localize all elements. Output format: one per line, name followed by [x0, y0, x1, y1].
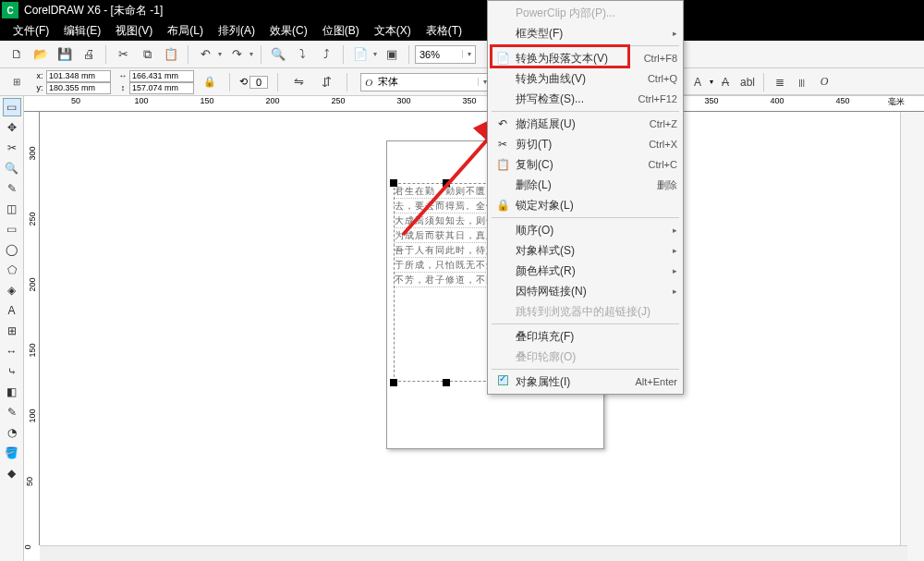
fill-tool[interactable]: 🪣: [3, 444, 21, 462]
interactive-fill-tool[interactable]: ◆: [3, 464, 21, 482]
sep: [408, 45, 409, 64]
outline-tool[interactable]: ◔: [3, 423, 21, 442]
pdf-button[interactable]: 📄: [349, 43, 371, 66]
ctx-item-5[interactable]: 拼写检查(S)...Ctrl+F12: [488, 89, 683, 109]
ctx-item-3[interactable]: 📄转换为段落文本(V)Ctrl+F8: [488, 48, 683, 68]
smart-tool[interactable]: ◫: [3, 200, 21, 218]
redo-button[interactable]: ↷: [225, 43, 248, 66]
ctx-item-15[interactable]: 颜色样式(R)▸: [488, 261, 683, 281]
submenu-arrow-icon: ▸: [669, 29, 677, 38]
sep: [346, 73, 347, 91]
undo-button[interactable]: ↶: [194, 43, 216, 66]
search-button[interactable]: 🔍: [267, 43, 289, 66]
menu-text[interactable]: 文本(X): [367, 20, 419, 41]
ctx-item-16[interactable]: 因特网链接(N)▸: [488, 281, 683, 301]
menu-layout[interactable]: 布局(L): [160, 20, 211, 41]
toolbox-left: ▭ ✥ ✂ 🔍 ✎ ◫ ▭ ◯ ⬠ ◈ A ⊞ ↔ ⤷ ◧ ✎ ◔ 🪣 ◆: [0, 96, 24, 561]
lock-ratio-icon[interactable]: 🔒: [200, 76, 220, 88]
font-combo[interactable]: O 宋体 ▾: [360, 73, 492, 91]
ctx-shortcut: Alt+Enter: [635, 376, 677, 387]
rt-btn-char[interactable]: O: [814, 72, 834, 92]
ctx-item-7[interactable]: ↶撤消延展(U)Ctrl+Z: [488, 114, 683, 134]
new-button[interactable]: 🗋: [6, 43, 28, 66]
cut-button[interactable]: ✂: [112, 43, 134, 66]
menu-edit[interactable]: 编辑(E): [56, 20, 108, 41]
ctx-item-1[interactable]: 框类型(F)▸: [488, 23, 683, 43]
ctx-item-11[interactable]: 🔒锁定对象(L): [488, 195, 683, 215]
font-name: 宋体: [376, 75, 478, 89]
angle-value[interactable]: 0: [249, 76, 268, 89]
import-button[interactable]: ⤵: [291, 43, 313, 66]
dimension-tool[interactable]: ↔: [3, 342, 21, 360]
rect-tool[interactable]: ▭: [3, 220, 21, 238]
crop-tool[interactable]: ✂: [3, 139, 21, 157]
rt-dd[interactable]: ▾: [710, 78, 713, 86]
canvas[interactable]: 君生在勤，勤则不匮；好焉则悠 去，要去而得焉。全修有以用之 大成焉须知知去，则化…: [24, 96, 900, 561]
handle-tm[interactable]: [443, 179, 450, 187]
handle-bl[interactable]: [390, 379, 397, 386]
connector-tool[interactable]: ⤷: [3, 362, 21, 381]
rt-btn-align[interactable]: ≣: [770, 72, 790, 92]
menu-table[interactable]: 表格(T): [419, 20, 469, 41]
h-value[interactable]: 157.074 mm: [129, 82, 194, 94]
rt-btn-2[interactable]: A: [715, 72, 736, 92]
table-tool[interactable]: ⊞: [3, 322, 21, 340]
menu-bitmap[interactable]: 位图(B): [315, 20, 367, 41]
ctx-item-9[interactable]: 📋复制(C)Ctrl+C: [488, 154, 683, 175]
save-button[interactable]: 💾: [54, 43, 76, 66]
ctx-item-14[interactable]: 对象样式(S)▸: [488, 240, 683, 261]
pick-tool[interactable]: ▭: [3, 98, 21, 116]
copy-button[interactable]: ⧉: [136, 43, 158, 66]
menu-arrange[interactable]: 排列(A): [211, 20, 262, 41]
rt-btn-1[interactable]: A: [687, 72, 708, 92]
paste-button[interactable]: 📋: [160, 43, 182, 66]
text-object[interactable]: 君生在勤，勤则不匮；好焉则悠 去，要去而得焉。全修有以用之 大成焉须知知去，则化…: [394, 183, 500, 382]
welcome-button[interactable]: ▣: [381, 43, 403, 66]
menu-effect[interactable]: 效果(C): [262, 20, 315, 41]
undo-drop[interactable]: ▾: [218, 50, 224, 58]
ctx-item-22[interactable]: ✓对象属性(I)Alt+Enter: [488, 372, 683, 392]
polygon-tool[interactable]: ⬠: [3, 261, 21, 279]
zoom-tool[interactable]: 🔍: [3, 159, 21, 177]
ctx-label: PowerClip 内部(P)...: [512, 6, 677, 21]
mirror-v-button[interactable]: ⇵: [315, 71, 337, 93]
text-tool[interactable]: A: [3, 301, 21, 320]
ctx-item-10[interactable]: 删除(L)删除: [488, 175, 683, 195]
horizontal-scrollbar[interactable]: [40, 545, 907, 561]
y-value[interactable]: 180.355 mm: [46, 82, 111, 94]
ctx-item-4[interactable]: 转换为曲线(V)Ctrl+Q: [488, 68, 683, 89]
interactive-tool[interactable]: ◧: [3, 383, 21, 401]
zoom-combo[interactable]: ▾: [415, 45, 476, 64]
handle-tl[interactable]: [390, 179, 397, 187]
eyedropper-tool[interactable]: ✎: [3, 403, 21, 421]
menu-sep: [492, 323, 679, 324]
handle-bm[interactable]: [443, 379, 450, 386]
ctx-item-13[interactable]: 顺序(O)▸: [488, 220, 683, 240]
rt-btn-3[interactable]: abl: [737, 72, 758, 92]
x-value[interactable]: 101.348 mm: [46, 70, 111, 82]
redo-drop[interactable]: ▾: [249, 50, 255, 58]
ctx-shortcut: Ctrl+X: [649, 139, 677, 150]
ellipse-tool[interactable]: ◯: [3, 240, 21, 259]
menu-file[interactable]: 文件(F): [6, 20, 56, 41]
work-area: ▭ ✥ ✂ 🔍 ✎ ◫ ▭ ◯ ⬠ ◈ A ⊞ ↔ ⤷ ◧ ✎ ◔ 🪣 ◆ 君生…: [0, 96, 924, 561]
ruler-tick: 400: [770, 96, 784, 105]
zoom-drop[interactable]: ▾: [462, 50, 475, 58]
mirror-h-button[interactable]: ⇋: [287, 71, 310, 93]
basic-shapes-tool[interactable]: ◈: [3, 281, 21, 299]
export-button[interactable]: ⤴: [315, 43, 337, 66]
ctx-item-19[interactable]: 叠印填充(F): [488, 326, 683, 347]
rt-btn-list[interactable]: ⫼: [792, 72, 812, 92]
menu-view[interactable]: 视图(V): [108, 20, 160, 41]
ctx-label: 因特网链接(N): [512, 284, 669, 299]
w-value[interactable]: 166.431 mm: [129, 70, 194, 82]
open-button[interactable]: 📂: [30, 43, 52, 66]
shape-tool[interactable]: ✥: [3, 118, 21, 137]
freehand-tool[interactable]: ✎: [3, 179, 21, 198]
pdf-drop[interactable]: ▾: [373, 50, 379, 58]
zoom-input[interactable]: [416, 49, 462, 60]
standard-toolbar: 🗋 📂 💾 🖨 ✂ ⧉ 📋 ↶▾ ↷▾ 🔍 ⤵ ⤴ 📄▾ ▣ ▾: [0, 41, 924, 68]
ctx-item-8[interactable]: ✂剪切(T)Ctrl+X: [488, 134, 683, 154]
print-button[interactable]: 🖨: [78, 43, 100, 66]
snap-button[interactable]: ⊞: [6, 71, 28, 93]
